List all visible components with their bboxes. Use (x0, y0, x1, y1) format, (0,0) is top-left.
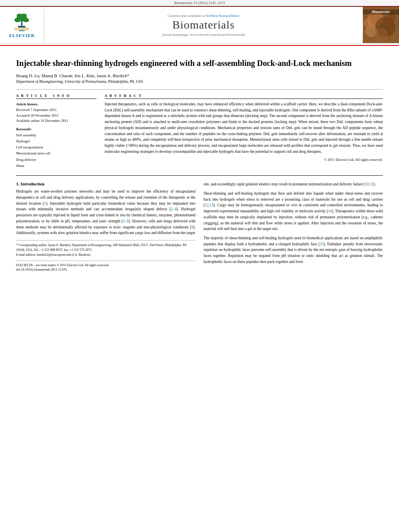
journal-title: Biomaterials (172, 18, 234, 31)
body-right-col: site, and exceedingly rapid gelation kin… (204, 181, 383, 271)
bottom-bar: 0142-9612/$ – see front matter © 2011 El… (16, 261, 195, 267)
sciverse-link[interactable]: SciVerse ScienceDirect (206, 14, 239, 18)
article-info-abstract-section: A R T I C L E I N F O Article history: R… (16, 94, 383, 169)
intro-paragraph-1: Hydrogels are water-swollen polymer netw… (16, 189, 195, 236)
article-title: Injectable shear-thinning hydrogels engi… (16, 58, 383, 68)
homepage-text: journal homepage: www.elsevier.com/locat… (162, 33, 245, 37)
elsevier-tree-icon (10, 12, 34, 32)
svg-point-15 (374, 28, 388, 42)
abstract-column: A B S T R A C T Injected therapeutics, s… (105, 94, 383, 169)
citation-end: 2153 (218, 1, 225, 5)
keywords-list: Self assembly Hydrogel Cell encapsulatio… (16, 132, 97, 169)
article-history-label: Article history: (16, 102, 97, 106)
keyword-6: Shear (16, 163, 97, 169)
keywords-label: Keywords: (16, 127, 97, 131)
body-two-col: 1. Introduction Hydrogels are water-swol… (16, 181, 383, 271)
body-left-col: 1. Introduction Hydrogels are water-swol… (16, 181, 195, 271)
article-content: Injectable shear-thinning hydrogels engi… (0, 46, 399, 279)
elsevier-logo-inner: ELSEVIER (9, 12, 35, 38)
issn-text: 0142-9612/$ – see front matter © 2011 El… (16, 263, 109, 267)
article-affiliation: Department of Bioengineering, University… (16, 80, 383, 84)
article-authors: Hoang D. Lu, Manoj B. Charati, Iris L. K… (16, 73, 383, 78)
doi-text: doi:10.1016/j.biomaterials.2011.11.076 (16, 268, 195, 271)
journal-header: Biomaterials 33 (2012) 2145–2153 (0, 0, 399, 46)
svg-point-4 (14, 18, 21, 23)
body-divider (16, 175, 383, 176)
article-info-label: A R T I C L E I N F O (16, 94, 97, 99)
authors-text: Hoang D. Lu, Manoj B. Charati, Iris L. K… (16, 73, 129, 78)
article-info-column: A R T I C L E I N F O Article history: R… (16, 94, 97, 169)
article-divider (16, 89, 383, 90)
svg-point-5 (23, 18, 29, 23)
journal-homepage: journal homepage: www.elsevier.com/locat… (162, 33, 245, 37)
keyword-4: Mesenchymal stem cell (16, 150, 97, 156)
intro-paragraph-4: The majority of shear-thinning and self-… (204, 235, 383, 265)
sciverse-text: Contents lists available at SciVerse Sci… (168, 14, 240, 18)
biomaterials-logo-label: Biomaterials (363, 9, 399, 14)
svg-point-16 (363, 19, 371, 27)
intro-paragraph-2: site, and exceedingly rapid gelation kin… (204, 181, 383, 187)
accepted-date: Accepted 28 November 2011 (16, 113, 97, 119)
footnote-email: E-mail address: burdick2@seas.upenn.edu … (16, 253, 195, 257)
keyword-5: Drug delivery (16, 157, 97, 163)
available-date: Available online 16 December 2011 (16, 118, 97, 124)
header-content: ELSEVIER Contents lists available at Sci… (0, 6, 399, 43)
elsevier-logo: ELSEVIER (0, 7, 44, 43)
keyword-2: Hydrogel (16, 138, 97, 144)
citation-journal: Biomaterials 33 (2012) 2145 (174, 1, 216, 5)
received-date: Received 7 September 2011 (16, 107, 97, 113)
footnote-corresponding: * Corresponding author. Jason A. Burdick… (16, 243, 195, 253)
svg-point-7 (21, 14, 27, 18)
keyword-3: Cell encapsulation (16, 144, 97, 150)
citation-text: Biomaterials 33 (2012) 2145–2153 (174, 1, 225, 5)
journal-center: Contents lists available at SciVerse Sci… (44, 7, 363, 43)
footnote-section: * Corresponding author. Jason A. Burdick… (16, 240, 195, 257)
citation-bar: Biomaterials 33 (2012) 2145–2153 (0, 0, 399, 6)
abstract-copyright: © 2011 Elsevier Ltd. All rights reserved… (105, 158, 383, 162)
biomaterials-logo: Biomaterials (363, 7, 399, 43)
keyword-1: Self assembly (16, 132, 97, 138)
intro-paragraph-3: Shear-thinning and self-healing hydrogel… (204, 191, 383, 232)
sciverse-prefix: Contents lists available at (168, 14, 206, 18)
abstract-text: Injected therapeutics, such as cells or … (105, 101, 383, 154)
section1-heading: 1. Introduction (16, 181, 195, 186)
elsevier-brand-text: ELSEVIER (9, 33, 35, 38)
abstract-label: A B S T R A C T (105, 94, 383, 99)
